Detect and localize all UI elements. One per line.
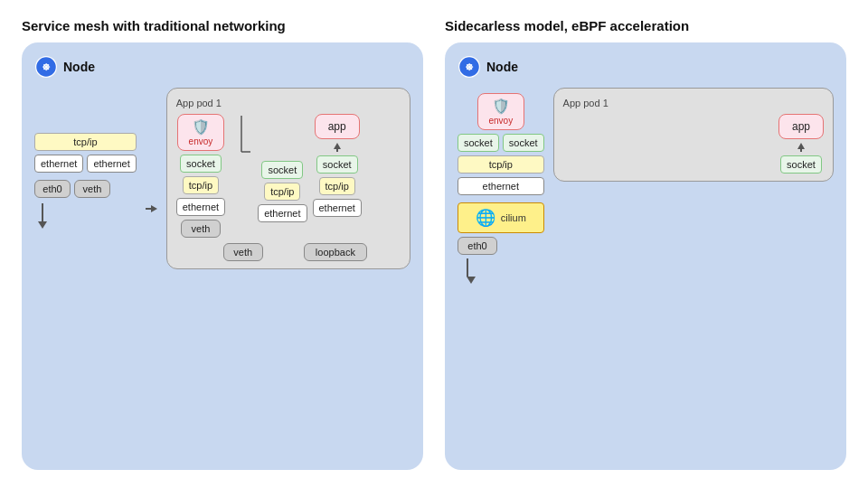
left-app-cols: socket tcp/ip ethernet app [258,114,362,222]
left-eth-outside-2: ethernet [87,155,136,173]
left-tcpip-app2: tcp/ip [319,177,355,195]
left-pod-label: App pod 1 [176,98,401,108]
left-veth-outside: veth [74,180,110,198]
right-tcpip: tcp/ip [458,155,544,174]
left-diagram: Service mesh with traditional networking… [22,18,423,470]
left-node-label: ⎈ Node [34,55,410,79]
right-eth0: eth0 [458,237,497,255]
left-eth-app2: ethernet [313,199,362,217]
left-title: Service mesh with traditional networking [22,18,423,33]
left-outside-stack: tcp/ip ethernet ethernet eth0 veth [34,133,137,229]
left-veth-pod: veth [223,243,263,261]
left-veth-envoy: veth [181,220,221,238]
left-node-text: Node [63,60,95,74]
svg-text:⎈: ⎈ [42,60,51,73]
left-app-col1: socket tcp/ip ethernet [258,114,307,222]
left-eth-outside-1: ethernet [34,155,83,173]
left-eth0: eth0 [34,180,71,198]
left-socket-app2: socket [316,155,358,174]
right-envoy-box: 🛡️ envoy [477,93,524,130]
left-socket-envoy: socket [180,155,222,173]
left-tcpip-outside: tcp/ip [34,133,137,151]
right-socket2: socket [503,134,544,152]
right-pod-label: App pod 1 [563,98,824,108]
envoy-to-app-arrow [232,116,250,188]
left-eth-envoy: ethernet [176,198,225,216]
left-envoy-label: envoy [189,136,213,146]
left-loopback: loopback [304,243,367,261]
right-socket-row: socket socket [458,134,544,152]
svg-text:⎈: ⎈ [466,60,474,73]
right-pod-box: App pod 1 app socket [553,88,834,182]
right-pod-content: app socket [563,114,824,174]
envoy-logo-right: 🛡️ [492,98,510,115]
cilium-icon: 🌐 [476,208,495,228]
left-envoy-col: 🛡️ envoy socket tcp/ip ethernet veth [176,114,225,238]
left-eth-app1: ethernet [258,204,307,222]
left-socket-app1: socket [261,161,303,179]
right-title: Sidecarless model, eBPF acceleration [445,18,846,33]
right-app-box: app [778,114,824,139]
right-eth0-arrow [458,258,544,284]
left-app-box: app [315,114,360,139]
right-node-box: ⎈ Node 🛡️ envoy socket socket tcp/ip [445,42,846,470]
right-envoy-label: envoy [488,116,513,126]
right-ethernet: ethernet [458,177,544,195]
envoy-logo-left: 🛡️ [192,118,210,136]
right-node-label: ⎈ Node [458,55,834,79]
left-tcpip-app1: tcp/ip [264,183,300,201]
left-app-col2: app socket tcp/ip ethernet [313,114,362,217]
right-left-stack: 🛡️ envoy socket socket tcp/ip ethernet 🌐… [458,93,544,284]
right-cilium-label: cilium [501,212,526,223]
right-socket1: socket [458,134,499,152]
k8s-icon-right: ⎈ [458,55,481,79]
left-pod-bottom: veth loopback [176,243,401,261]
k8s-icon-left: ⎈ [34,55,58,79]
right-socket-pod: socket [780,155,822,174]
right-pod-col: app socket [778,114,824,174]
left-node-box: ⎈ Node tcp/ip ethernet ethernet eth0 vet… [22,42,423,470]
left-pod-box: App pod 1 🛡️ envoy socket tcp/ip etherne… [166,88,410,269]
right-cilium-bar: 🌐 cilium [458,202,544,233]
right-content: 🛡️ envoy socket socket tcp/ip ethernet 🌐… [458,88,834,284]
right-node-text: Node [486,60,518,74]
left-envoy-box: 🛡️ envoy [177,114,224,151]
right-diagram: Sidecarless model, eBPF acceleration ⎈ N… [445,18,846,470]
left-veth-connector [146,205,157,212]
left-tcpip-envoy: tcp/ip [183,176,219,194]
